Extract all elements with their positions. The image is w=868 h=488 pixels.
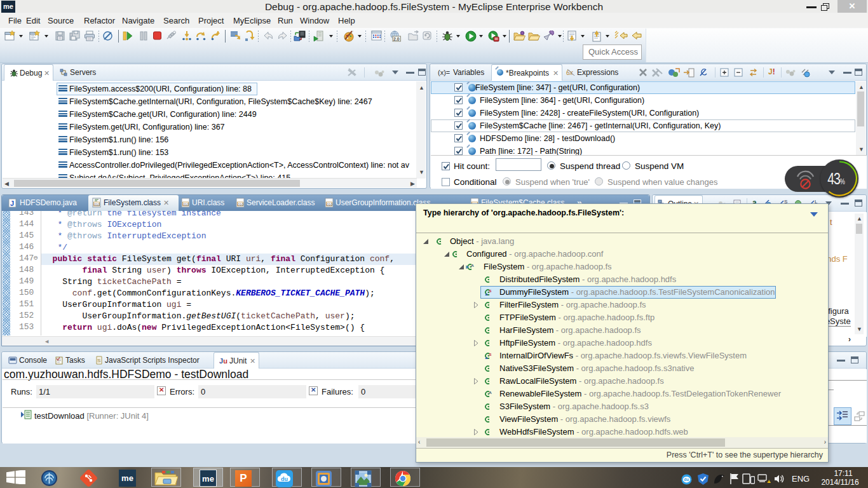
svg-text:010: 010 [238,203,243,207]
svg-text:010: 010 [183,203,189,207]
svg-text:S: S [489,288,491,293]
svg-text:010: 010 [94,203,100,207]
svg-text:S: S [489,352,491,356]
svg-text:!: ! [768,480,769,484]
svg-text:010: 010 [327,203,332,207]
svg-text:2.0: 2.0 [393,37,400,41]
svg-text:du: du [281,476,288,482]
svg-text:J: J [10,200,14,207]
svg-text:S: S [97,358,100,363]
svg-text:du: du [684,477,689,482]
svg-text:A: A [489,390,492,395]
svg-text:6x: 6x [566,69,574,76]
svg-text:A: A [471,263,474,268]
